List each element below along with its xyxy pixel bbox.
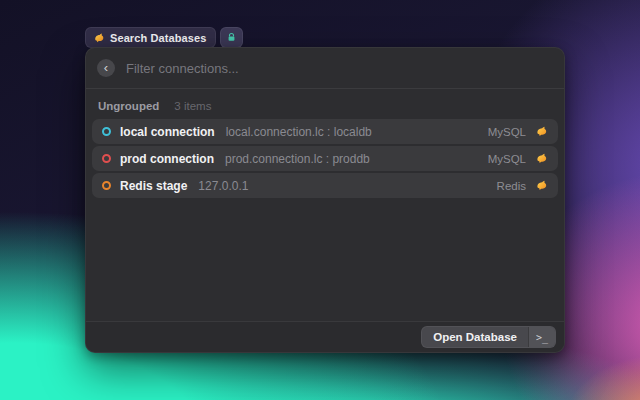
lock-icon (226, 32, 237, 43)
status-ring-icon (102, 127, 111, 136)
extension-chip[interactable]: Search Databases (85, 27, 216, 48)
dolphin-icon (535, 125, 548, 138)
terminal-prompt-icon: >_ (528, 327, 555, 347)
row-db-type: MySQL (488, 126, 526, 138)
open-database-button[interactable]: Open Database >_ (421, 326, 556, 348)
row-subtitle: local.connection.lc : localdb (226, 125, 372, 139)
connection-row-prod[interactable]: prod connection prod.connection.lc : pro… (92, 146, 558, 171)
section-header: Ungrouped 3 items (92, 94, 558, 119)
status-ring-icon (102, 181, 111, 190)
connection-row-redis[interactable]: Redis stage 127.0.0.1 Redis (92, 173, 558, 198)
status-ring-icon (102, 154, 111, 163)
dolphin-icon (93, 32, 105, 44)
open-database-label: Open Database (422, 327, 528, 347)
connection-row-local[interactable]: local connection local.connection.lc : l… (92, 119, 558, 144)
search-input[interactable]: Filter connections... (126, 61, 239, 76)
extension-chip-label: Search Databases (110, 32, 206, 44)
search-bar[interactable]: ‹ Filter connections... (86, 48, 564, 89)
launcher-panel: ‹ Filter connections... Ungrouped 3 item… (85, 47, 565, 353)
row-subtitle: 127.0.0.1 (198, 179, 248, 193)
chevron-left-icon: ‹ (104, 61, 108, 74)
connections-list: Ungrouped 3 items local connection local… (86, 89, 564, 205)
extension-chip-badge[interactable] (220, 27, 243, 48)
section-title: Ungrouped (98, 100, 159, 112)
row-title: Redis stage (120, 179, 187, 193)
row-title: local connection (120, 125, 215, 139)
row-subtitle: prod.connection.lc : proddb (225, 152, 370, 166)
action-bar: Open Database >_ (86, 321, 564, 352)
dolphin-icon (535, 152, 548, 165)
section-count: 3 items (174, 100, 211, 112)
back-button[interactable]: ‹ (97, 59, 115, 77)
dolphin-icon (535, 179, 548, 192)
row-db-type: MySQL (488, 153, 526, 165)
row-title: prod connection (120, 152, 214, 166)
extension-chip-row: Search Databases (85, 27, 243, 48)
row-db-type: Redis (497, 180, 526, 192)
